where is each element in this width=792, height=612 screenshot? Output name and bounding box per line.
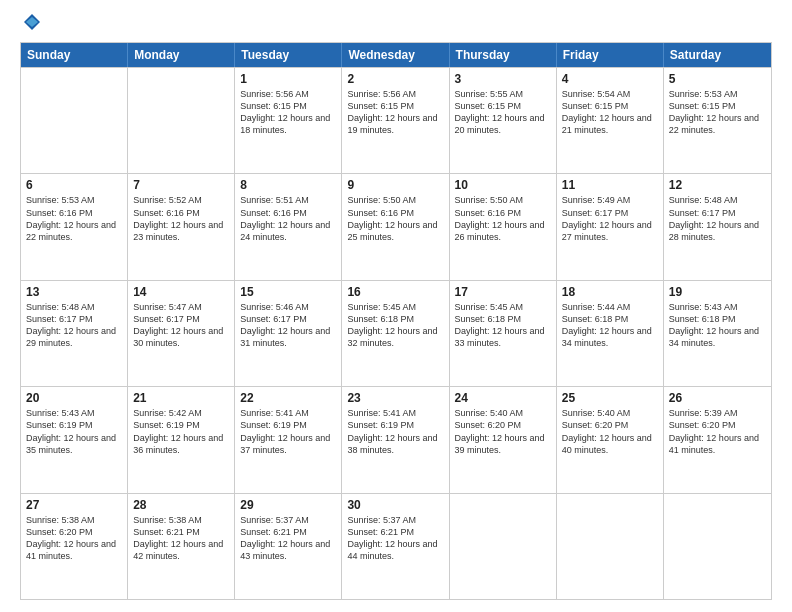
logo <box>20 16 42 32</box>
day-number: 25 <box>562 391 658 405</box>
day-number: 27 <box>26 498 122 512</box>
cal-cell: 4Sunrise: 5:54 AM Sunset: 6:15 PM Daylig… <box>557 68 664 173</box>
day-number: 8 <box>240 178 336 192</box>
day-info: Sunrise: 5:40 AM Sunset: 6:20 PM Dayligh… <box>562 408 652 454</box>
cal-cell: 25Sunrise: 5:40 AM Sunset: 6:20 PM Dayli… <box>557 387 664 492</box>
day-info: Sunrise: 5:45 AM Sunset: 6:18 PM Dayligh… <box>347 302 437 348</box>
day-number: 9 <box>347 178 443 192</box>
cal-cell: 23Sunrise: 5:41 AM Sunset: 6:19 PM Dayli… <box>342 387 449 492</box>
cal-header-friday: Friday <box>557 43 664 67</box>
cal-week-5: 27Sunrise: 5:38 AM Sunset: 6:20 PM Dayli… <box>21 493 771 599</box>
cal-cell: 2Sunrise: 5:56 AM Sunset: 6:15 PM Daylig… <box>342 68 449 173</box>
day-info: Sunrise: 5:44 AM Sunset: 6:18 PM Dayligh… <box>562 302 652 348</box>
day-info: Sunrise: 5:53 AM Sunset: 6:16 PM Dayligh… <box>26 195 116 241</box>
header <box>20 16 772 32</box>
day-number: 5 <box>669 72 766 86</box>
day-info: Sunrise: 5:37 AM Sunset: 6:21 PM Dayligh… <box>347 515 437 561</box>
day-number: 16 <box>347 285 443 299</box>
day-number: 28 <box>133 498 229 512</box>
day-info: Sunrise: 5:42 AM Sunset: 6:19 PM Dayligh… <box>133 408 223 454</box>
day-info: Sunrise: 5:53 AM Sunset: 6:15 PM Dayligh… <box>669 89 759 135</box>
cal-header-tuesday: Tuesday <box>235 43 342 67</box>
day-number: 30 <box>347 498 443 512</box>
day-info: Sunrise: 5:46 AM Sunset: 6:17 PM Dayligh… <box>240 302 330 348</box>
cal-cell: 8Sunrise: 5:51 AM Sunset: 6:16 PM Daylig… <box>235 174 342 279</box>
day-info: Sunrise: 5:39 AM Sunset: 6:20 PM Dayligh… <box>669 408 759 454</box>
day-number: 10 <box>455 178 551 192</box>
cal-header-sunday: Sunday <box>21 43 128 67</box>
day-info: Sunrise: 5:56 AM Sunset: 6:15 PM Dayligh… <box>347 89 437 135</box>
cal-cell: 26Sunrise: 5:39 AM Sunset: 6:20 PM Dayli… <box>664 387 771 492</box>
day-number: 17 <box>455 285 551 299</box>
cal-cell: 7Sunrise: 5:52 AM Sunset: 6:16 PM Daylig… <box>128 174 235 279</box>
cal-cell: 14Sunrise: 5:47 AM Sunset: 6:17 PM Dayli… <box>128 281 235 386</box>
cal-cell: 10Sunrise: 5:50 AM Sunset: 6:16 PM Dayli… <box>450 174 557 279</box>
day-info: Sunrise: 5:38 AM Sunset: 6:20 PM Dayligh… <box>26 515 116 561</box>
day-info: Sunrise: 5:43 AM Sunset: 6:19 PM Dayligh… <box>26 408 116 454</box>
cal-cell: 9Sunrise: 5:50 AM Sunset: 6:16 PM Daylig… <box>342 174 449 279</box>
day-number: 22 <box>240 391 336 405</box>
cal-cell: 15Sunrise: 5:46 AM Sunset: 6:17 PM Dayli… <box>235 281 342 386</box>
cal-header-thursday: Thursday <box>450 43 557 67</box>
cal-week-2: 6Sunrise: 5:53 AM Sunset: 6:16 PM Daylig… <box>21 173 771 279</box>
day-number: 26 <box>669 391 766 405</box>
day-info: Sunrise: 5:38 AM Sunset: 6:21 PM Dayligh… <box>133 515 223 561</box>
day-info: Sunrise: 5:50 AM Sunset: 6:16 PM Dayligh… <box>347 195 437 241</box>
day-info: Sunrise: 5:56 AM Sunset: 6:15 PM Dayligh… <box>240 89 330 135</box>
day-number: 6 <box>26 178 122 192</box>
day-info: Sunrise: 5:41 AM Sunset: 6:19 PM Dayligh… <box>347 408 437 454</box>
cal-cell: 13Sunrise: 5:48 AM Sunset: 6:17 PM Dayli… <box>21 281 128 386</box>
cal-cell: 5Sunrise: 5:53 AM Sunset: 6:15 PM Daylig… <box>664 68 771 173</box>
cal-cell <box>128 68 235 173</box>
cal-cell: 29Sunrise: 5:37 AM Sunset: 6:21 PM Dayli… <box>235 494 342 599</box>
cal-cell: 18Sunrise: 5:44 AM Sunset: 6:18 PM Dayli… <box>557 281 664 386</box>
day-info: Sunrise: 5:41 AM Sunset: 6:19 PM Dayligh… <box>240 408 330 454</box>
logo-icon <box>22 12 42 32</box>
cal-cell: 21Sunrise: 5:42 AM Sunset: 6:19 PM Dayli… <box>128 387 235 492</box>
cal-cell: 22Sunrise: 5:41 AM Sunset: 6:19 PM Dayli… <box>235 387 342 492</box>
cal-cell: 1Sunrise: 5:56 AM Sunset: 6:15 PM Daylig… <box>235 68 342 173</box>
cal-week-3: 13Sunrise: 5:48 AM Sunset: 6:17 PM Dayli… <box>21 280 771 386</box>
day-info: Sunrise: 5:49 AM Sunset: 6:17 PM Dayligh… <box>562 195 652 241</box>
cal-cell: 17Sunrise: 5:45 AM Sunset: 6:18 PM Dayli… <box>450 281 557 386</box>
cal-header-saturday: Saturday <box>664 43 771 67</box>
day-info: Sunrise: 5:37 AM Sunset: 6:21 PM Dayligh… <box>240 515 330 561</box>
calendar-header: SundayMondayTuesdayWednesdayThursdayFrid… <box>21 43 771 67</box>
day-number: 21 <box>133 391 229 405</box>
cal-cell: 27Sunrise: 5:38 AM Sunset: 6:20 PM Dayli… <box>21 494 128 599</box>
cal-cell: 12Sunrise: 5:48 AM Sunset: 6:17 PM Dayli… <box>664 174 771 279</box>
cal-cell: 6Sunrise: 5:53 AM Sunset: 6:16 PM Daylig… <box>21 174 128 279</box>
day-number: 29 <box>240 498 336 512</box>
calendar-body: 1Sunrise: 5:56 AM Sunset: 6:15 PM Daylig… <box>21 67 771 599</box>
day-number: 4 <box>562 72 658 86</box>
cal-cell: 19Sunrise: 5:43 AM Sunset: 6:18 PM Dayli… <box>664 281 771 386</box>
day-info: Sunrise: 5:54 AM Sunset: 6:15 PM Dayligh… <box>562 89 652 135</box>
cal-cell: 16Sunrise: 5:45 AM Sunset: 6:18 PM Dayli… <box>342 281 449 386</box>
day-info: Sunrise: 5:43 AM Sunset: 6:18 PM Dayligh… <box>669 302 759 348</box>
cal-week-1: 1Sunrise: 5:56 AM Sunset: 6:15 PM Daylig… <box>21 67 771 173</box>
day-number: 20 <box>26 391 122 405</box>
day-number: 15 <box>240 285 336 299</box>
day-info: Sunrise: 5:40 AM Sunset: 6:20 PM Dayligh… <box>455 408 545 454</box>
cal-cell: 11Sunrise: 5:49 AM Sunset: 6:17 PM Dayli… <box>557 174 664 279</box>
day-number: 7 <box>133 178 229 192</box>
page: SundayMondayTuesdayWednesdayThursdayFrid… <box>0 0 792 612</box>
day-number: 19 <box>669 285 766 299</box>
cal-cell: 3Sunrise: 5:55 AM Sunset: 6:15 PM Daylig… <box>450 68 557 173</box>
day-number: 24 <box>455 391 551 405</box>
day-info: Sunrise: 5:45 AM Sunset: 6:18 PM Dayligh… <box>455 302 545 348</box>
day-number: 18 <box>562 285 658 299</box>
day-info: Sunrise: 5:48 AM Sunset: 6:17 PM Dayligh… <box>669 195 759 241</box>
calendar: SundayMondayTuesdayWednesdayThursdayFrid… <box>20 42 772 600</box>
cal-header-wednesday: Wednesday <box>342 43 449 67</box>
day-number: 2 <box>347 72 443 86</box>
cal-cell: 24Sunrise: 5:40 AM Sunset: 6:20 PM Dayli… <box>450 387 557 492</box>
day-info: Sunrise: 5:50 AM Sunset: 6:16 PM Dayligh… <box>455 195 545 241</box>
day-number: 3 <box>455 72 551 86</box>
cal-cell: 20Sunrise: 5:43 AM Sunset: 6:19 PM Dayli… <box>21 387 128 492</box>
day-number: 13 <box>26 285 122 299</box>
cal-week-4: 20Sunrise: 5:43 AM Sunset: 6:19 PM Dayli… <box>21 386 771 492</box>
cal-cell <box>450 494 557 599</box>
cal-cell <box>21 68 128 173</box>
day-info: Sunrise: 5:47 AM Sunset: 6:17 PM Dayligh… <box>133 302 223 348</box>
